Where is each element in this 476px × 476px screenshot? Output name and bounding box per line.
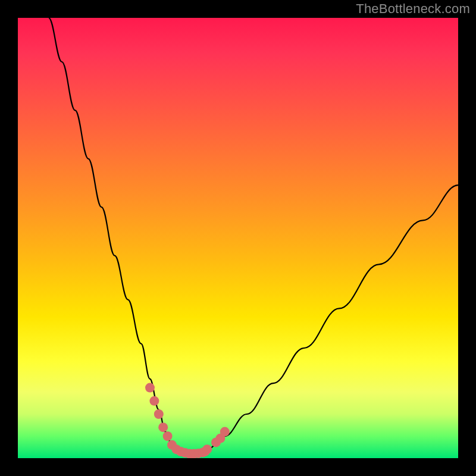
highlight-dot [202, 444, 212, 454]
highlight-dot [149, 396, 159, 406]
highlight-dot [220, 427, 230, 437]
chart-plot-area [18, 18, 458, 458]
watermark-text: TheBottleneck.com [356, 1, 470, 17]
highlight-dot [163, 431, 173, 441]
highlight-dot [145, 383, 155, 393]
highlight-dots [145, 383, 230, 458]
bottleneck-curve [49, 18, 458, 454]
highlight-dot [154, 409, 164, 419]
chart-svg [18, 18, 458, 458]
highlight-dot [158, 422, 168, 432]
chart-frame: TheBottleneck.com [0, 0, 476, 476]
